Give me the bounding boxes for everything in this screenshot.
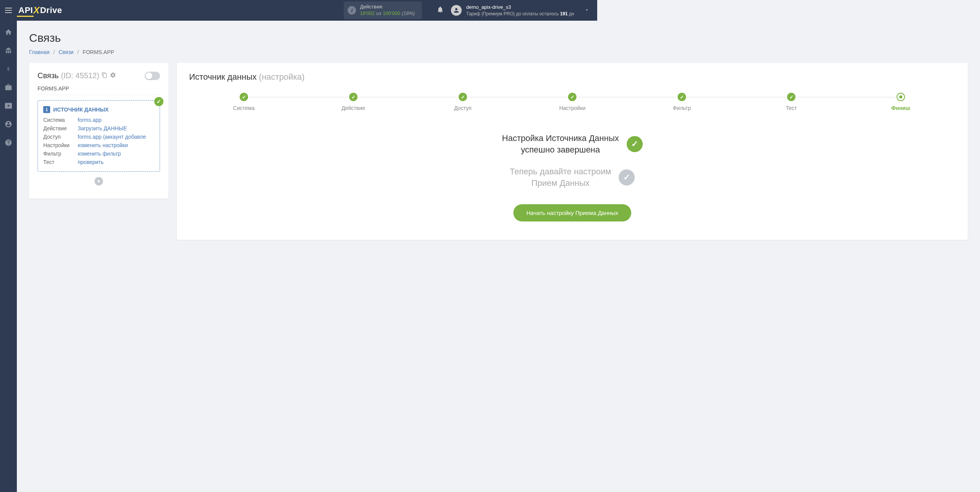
config-card: Источник данных (настройка) Система Дейс…	[177, 63, 597, 240]
logo-x: X	[33, 5, 40, 16]
row-label: Тест	[43, 159, 78, 165]
user-block[interactable]: demo_apix-drive_s3 Тариф |Премиум PRO| д…	[451, 4, 597, 17]
info-icon: i	[348, 6, 356, 15]
user-avatar-icon	[451, 5, 462, 16]
connection-card: Связь (ID: 45512) FORMS.APP 1 ИСТОЧНИК Д…	[29, 63, 168, 198]
row-value[interactable]: forms.app (аккаунт добавле	[78, 134, 154, 140]
row-label: Фильтр	[43, 151, 78, 157]
step-action[interactable]: Действие	[299, 93, 408, 111]
enable-toggle[interactable]	[145, 72, 160, 80]
row-value[interactable]: forms.app	[78, 117, 154, 123]
actions-badge[interactable]: i Действия: 18'002 из 100'000 (18%)	[344, 2, 421, 19]
sidebar-video[interactable]	[4, 101, 13, 110]
row-label: Действие	[43, 125, 78, 131]
step-dot-icon	[349, 93, 358, 101]
row-label: Система	[43, 117, 78, 123]
breadcrumb-current: FORMS.APP	[83, 49, 114, 55]
menu-toggle[interactable]	[0, 0, 17, 21]
actions-text: Действия: 18'002 из 100'000 (18%)	[360, 4, 415, 17]
sidebar	[0, 21, 17, 300]
card-id: (ID: 45512)	[61, 71, 99, 80]
app-name: FORMS.APP	[38, 85, 160, 95]
gear-icon[interactable]	[110, 72, 116, 80]
sidebar-home[interactable]	[4, 28, 13, 37]
source-number-badge: 1	[43, 106, 50, 113]
row-value[interactable]: проверить	[78, 159, 154, 165]
row-value[interactable]: изменить настройки	[78, 142, 154, 148]
step-dot-icon	[459, 93, 467, 101]
card-icons	[101, 72, 116, 80]
row-value[interactable]: изменить фильтр	[78, 151, 154, 157]
row-label: Доступ	[43, 134, 78, 140]
row-value[interactable]: Загрузить ДАННЫЕ	[78, 125, 154, 131]
card-title: Связь	[38, 71, 59, 80]
user-info: demo_apix-drive_s3 Тариф |Премиум PRO| д…	[466, 4, 574, 17]
sidebar-briefcase[interactable]	[4, 83, 13, 92]
header-right: i Действия: 18'002 из 100'000 (18%) demo…	[344, 0, 597, 21]
logo-api: API	[18, 5, 33, 15]
chevron-down-icon[interactable]	[584, 7, 590, 14]
finish-content: Настройка Источника Данных успешно завер…	[465, 133, 597, 221]
sidebar-account[interactable]	[4, 120, 13, 129]
sidebar-help[interactable]	[4, 138, 13, 147]
breadcrumb-home[interactable]: Главная	[29, 49, 49, 55]
main-content: Связь Главная / Связи / FORMS.APP Связь …	[17, 21, 597, 300]
source-title: ИСТОЧНИК ДАННЫХ	[53, 107, 109, 113]
logo-underline	[17, 16, 34, 17]
add-destination-button[interactable]: +	[95, 177, 103, 185]
logo-drive: Drive	[40, 5, 62, 15]
copy-icon[interactable]	[101, 72, 108, 80]
source-header: 1 ИСТОЧНИК ДАННЫХ	[43, 106, 154, 113]
finish-next-row: Теперь давайте настроим Прием Данных	[465, 166, 597, 189]
content-row: Связь (ID: 45512) FORMS.APP 1 ИСТОЧНИК Д…	[29, 63, 597, 240]
step-dot-icon	[568, 93, 577, 101]
step-access[interactable]: Доступ	[408, 93, 518, 111]
actions-label: Действия:	[360, 4, 415, 10]
sidebar-links[interactable]	[4, 46, 13, 55]
page-title: Связь	[29, 31, 597, 44]
logo[interactable]: APIXDrive	[18, 5, 62, 16]
sidebar-billing[interactable]	[4, 64, 13, 74]
source-box: 1 ИСТОЧНИК ДАННЫХ Система forms.app Дейс…	[38, 100, 160, 172]
hamburger-icon	[5, 8, 12, 13]
config-title: Источник данных (настройка)	[189, 72, 597, 82]
finish-done-text: Настройка Источника Данных успешно завер…	[502, 133, 597, 155]
step-system[interactable]: Система	[189, 93, 299, 111]
row-label: Настройки	[43, 142, 78, 148]
user-name: demo_apix-drive_s3	[466, 4, 574, 11]
start-receive-button[interactable]: Начать настройку Приема Данных	[513, 204, 597, 221]
breadcrumb-links[interactable]: Связи	[59, 49, 74, 55]
finish-next-text: Теперь давайте настроим Прием Данных	[510, 166, 597, 189]
step-settings[interactable]: Настройки	[518, 93, 597, 111]
user-tariff: Тариф |Премиум PRO| до оплаты осталось 1…	[466, 11, 574, 17]
finish-done-row: Настройка Источника Данных успешно завер…	[465, 133, 597, 155]
actions-value: 18'002 из 100'000 (18%)	[360, 10, 415, 17]
step-dot-icon	[240, 93, 248, 101]
source-rows: Система forms.app Действие Загрузить ДАН…	[43, 117, 154, 165]
top-header: APIXDrive i Действия: 18'002 из 100'000 …	[0, 0, 597, 21]
add-btn-row: +	[38, 177, 160, 185]
start-btn-row: Начать настройку Приема Данных	[465, 204, 597, 221]
bell-icon[interactable]	[436, 6, 444, 15]
card-header: Связь (ID: 45512)	[38, 71, 160, 80]
check-icon	[154, 97, 163, 106]
card-title-group: Связь (ID: 45512)	[38, 71, 116, 80]
stepper: Система Действие Доступ Настройки Фильтр…	[189, 93, 597, 111]
breadcrumb: Главная / Связи / FORMS.APP	[29, 49, 597, 55]
